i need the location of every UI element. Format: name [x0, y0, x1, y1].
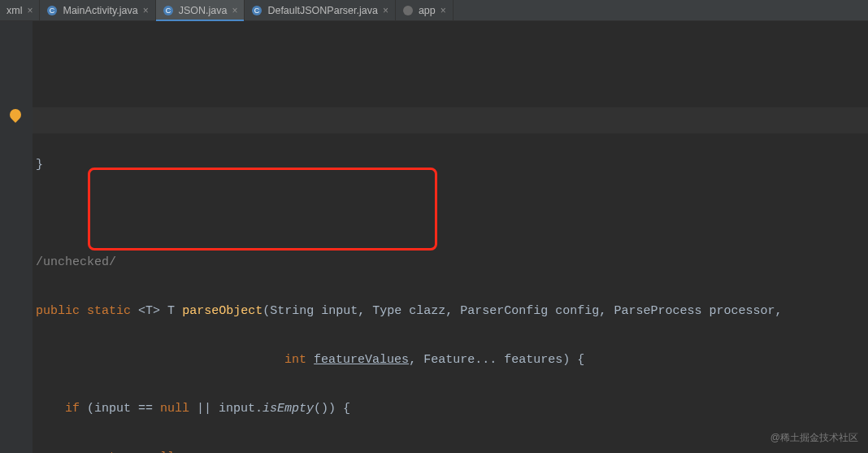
class-icon: C — [46, 5, 58, 16]
code-content: } /unchecked/ public static <T> T parseO… — [36, 128, 868, 453]
annotation-comment: /unchecked/ — [36, 255, 116, 269]
intention-bulb-icon[interactable] — [7, 107, 24, 123]
kw-static: static — [87, 304, 131, 318]
code-editor[interactable]: } /unchecked/ public static <T> T parseO… — [33, 21, 868, 453]
null1: null — [160, 402, 189, 416]
tab-xml[interactable]: xml × — [0, 0, 40, 20]
generic: <T> — [138, 304, 160, 318]
brace: } — [36, 158, 43, 172]
method-name: parseObject — [182, 304, 263, 318]
p1-name: input — [321, 304, 358, 318]
class-icon: C — [163, 5, 174, 16]
tab-default-json-parser[interactable]: C DefaultJSONParser.java × — [245, 0, 396, 20]
kw-public: public — [36, 304, 80, 318]
p5-type: int — [284, 353, 306, 367]
if1-close: ()) { — [314, 402, 350, 416]
svg-text:C: C — [50, 7, 55, 15]
if1-open: (input == — [87, 402, 160, 416]
p3-name: config — [555, 304, 599, 318]
p4-type: ParseProcess — [614, 304, 701, 318]
p4-name: processor — [709, 304, 775, 318]
tab-json[interactable]: C JSON.java × — [156, 0, 245, 20]
tab-label: xml — [7, 5, 22, 16]
p3-type: ParserConfig — [460, 304, 548, 318]
tab-label: DefaultJSONParser.java — [267, 5, 377, 16]
p1-type: String — [270, 304, 314, 318]
close-icon[interactable]: × — [143, 6, 149, 15]
close-icon[interactable]: × — [441, 6, 446, 15]
close-icon[interactable]: × — [383, 6, 388, 15]
tab-app[interactable]: app × — [396, 0, 454, 20]
p5-name: featureValues — [314, 353, 409, 367]
gradle-icon — [402, 5, 414, 16]
tab-label: MainActivity.java — [63, 5, 137, 16]
svg-point-6 — [403, 6, 413, 15]
editor-area: } /unchecked/ public static <T> T parseO… — [0, 21, 868, 453]
open-paren: ( — [263, 304, 270, 318]
close-icon[interactable]: × — [27, 6, 33, 15]
svg-text:C: C — [165, 7, 171, 15]
class-icon: C — [251, 5, 263, 16]
sig-close: ) { — [562, 353, 584, 367]
tab-bar: xml × C MainActivity.java × C JSON.java … — [0, 0, 868, 21]
tab-label: JSON.java — [179, 5, 228, 16]
p2-type: Type — [372, 304, 401, 318]
p2-name: clazz — [409, 304, 445, 318]
gutter[interactable] — [0, 21, 33, 453]
tab-main-activity[interactable]: C MainActivity.java × — [40, 0, 155, 20]
kw-if: if — [65, 402, 80, 416]
p6-name: features — [504, 353, 562, 367]
tab-label: app — [419, 5, 436, 16]
return-type: T — [167, 304, 175, 318]
if1-or: || input. — [189, 402, 263, 416]
svg-text:C: C — [254, 7, 260, 15]
p6-type: Feature... — [423, 353, 497, 367]
close-icon[interactable]: × — [232, 6, 237, 15]
isEmpty-call: isEmpty — [263, 402, 314, 416]
